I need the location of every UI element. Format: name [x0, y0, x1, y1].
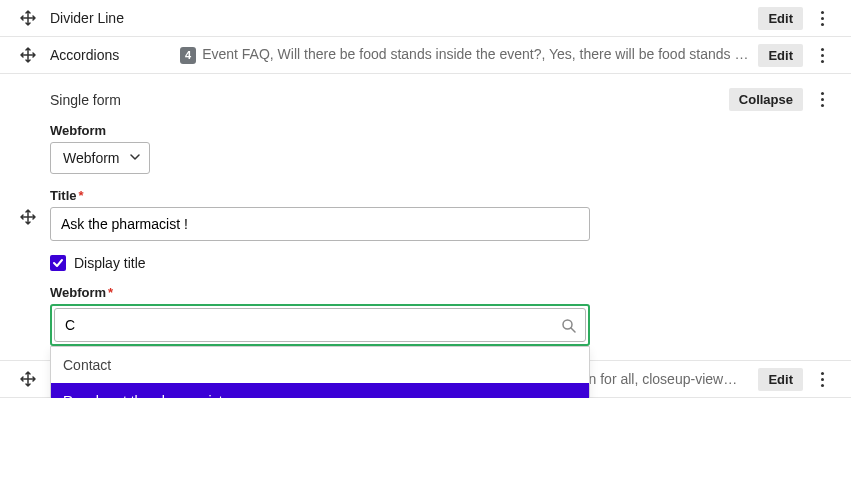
block-row-divider: Divider Line Edit	[0, 0, 851, 37]
checkbox-label: Display title	[74, 255, 146, 271]
block-header: Accordions 4Event FAQ, Will there be foo…	[20, 37, 831, 73]
block-header: Divider Line Edit	[20, 0, 831, 36]
webform-autocomplete-input[interactable]	[54, 308, 586, 342]
chevron-down-icon	[129, 150, 141, 166]
webform-type-select[interactable]: Webform	[50, 142, 150, 174]
autocomplete-option[interactable]: Contact	[51, 347, 589, 383]
more-actions-icon[interactable]	[813, 8, 831, 28]
label-text: Webform	[50, 285, 106, 300]
checkbox-checked-icon[interactable]	[50, 255, 66, 271]
row-actions: Edit	[758, 368, 831, 391]
display-title-checkbox-row[interactable]: Display title	[50, 255, 831, 271]
form-section: Webform Webform Title* Display title Web…	[50, 123, 831, 346]
label-text: Title	[50, 188, 77, 203]
field-label-webform-type: Webform	[50, 123, 831, 138]
drag-handle-icon[interactable]	[20, 47, 36, 63]
drag-handle-icon[interactable]	[20, 371, 36, 387]
more-actions-icon[interactable]	[813, 90, 831, 110]
expanded-inner: Single form Collapse Webform Webform Tit…	[20, 74, 831, 360]
collapse-button[interactable]: Collapse	[729, 88, 803, 111]
webform-autocomplete: Contact Reach out the pharmacist	[50, 304, 590, 346]
autocomplete-option-highlighted[interactable]: Reach out the pharmacist	[51, 383, 589, 398]
row-actions: Edit	[758, 7, 831, 30]
expanded-header: Single form Collapse	[50, 88, 831, 111]
summary-text: Event FAQ, Will there be food stands ins…	[202, 46, 748, 62]
required-marker: *	[79, 188, 84, 203]
edit-button[interactable]: Edit	[758, 7, 803, 30]
edit-button[interactable]: Edit	[758, 368, 803, 391]
row-actions: Edit	[758, 44, 831, 67]
field-label-webform-ref: Webform*	[50, 285, 831, 300]
more-actions-icon[interactable]	[813, 369, 831, 389]
more-actions-icon[interactable]	[813, 45, 831, 65]
drag-handle-icon[interactable]	[20, 10, 36, 26]
search-icon	[561, 318, 576, 336]
block-summary: 4Event FAQ, Will there be food stands in…	[180, 46, 748, 64]
autocomplete-focus-ring	[50, 304, 590, 346]
autocomplete-dropdown: Contact Reach out the pharmacist	[50, 346, 590, 398]
block-row-single-form: Single form Collapse Webform Webform Tit…	[0, 74, 851, 361]
block-title: Divider Line	[50, 10, 170, 26]
edit-button[interactable]: Edit	[758, 44, 803, 67]
block-title: Accordions	[50, 47, 170, 63]
title-input[interactable]	[50, 207, 590, 241]
select-value: Webform	[63, 150, 120, 166]
block-row-accordions: Accordions 4Event FAQ, Will there be foo…	[0, 37, 851, 74]
block-title: Single form	[50, 92, 719, 108]
required-marker: *	[108, 285, 113, 300]
row-actions: Collapse	[729, 88, 831, 111]
field-label-title: Title*	[50, 188, 831, 203]
count-badge: 4	[180, 47, 196, 64]
